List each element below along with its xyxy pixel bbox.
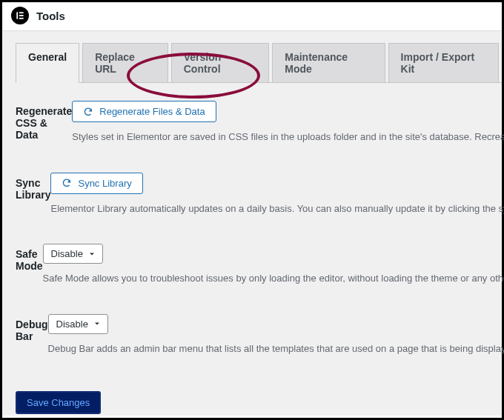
section-regenerate: Regenerate CSS & Data Regenerate Files &… <box>16 101 502 144</box>
svg-rect-3 <box>19 18 24 19</box>
sync-desc: Elementor Library automatically updates … <box>50 201 504 216</box>
save-changes-button[interactable]: Save Changes <box>16 391 101 414</box>
sync-label: Sync Library <box>16 173 50 216</box>
safemode-label: Safe Mode <box>16 244 43 286</box>
sync-button[interactable]: Sync Library <box>50 173 142 194</box>
content-area: General Replace URL Version Control Main… <box>2 31 502 416</box>
page-header: Tools <box>2 2 502 31</box>
sync-button-label: Sync Library <box>78 178 131 189</box>
tab-maintenance-mode[interactable]: Maintenance Mode <box>272 43 385 82</box>
chevron-down-icon <box>93 319 102 328</box>
debugbar-value: Disable <box>56 319 88 330</box>
section-debugbar: Debug Bar Disable Debug Bar adds an admi… <box>16 314 502 356</box>
svg-rect-0 <box>16 12 18 19</box>
elementor-logo <box>11 7 29 24</box>
section-safemode: Safe Mode Disable Safe Mode allows you t… <box>16 244 502 286</box>
page-title: Tools <box>36 10 65 22</box>
refresh-icon <box>62 178 72 188</box>
debugbar-select[interactable]: Disable <box>48 314 108 334</box>
safemode-value: Disable <box>51 248 83 259</box>
refresh-icon <box>83 107 93 117</box>
regenerate-desc: Styles set in Elementor are saved in CSS… <box>72 130 504 144</box>
svg-rect-2 <box>19 15 24 16</box>
regenerate-button-label: Regenerate Files & Data <box>99 106 205 117</box>
regenerate-label: Regenerate CSS & Data <box>16 101 72 144</box>
tab-version-control[interactable]: Version Control <box>171 43 270 82</box>
tab-general[interactable]: General <box>16 43 79 83</box>
debugbar-label: Debug Bar <box>16 314 48 356</box>
tab-replace-url[interactable]: Replace URL <box>82 43 168 82</box>
tab-import-export-kit[interactable]: Import / Export Kit <box>388 43 499 82</box>
tab-bar: General Replace URL Version Control Main… <box>16 43 502 83</box>
safemode-select[interactable]: Disable <box>43 244 103 264</box>
safemode-desc: Safe Mode allows you to troubleshoot iss… <box>43 271 504 286</box>
debugbar-desc: Debug Bar adds an admin bar menu that li… <box>48 341 504 356</box>
section-sync: Sync Library Sync Library Elementor Libr… <box>16 173 502 216</box>
chevron-down-icon <box>87 250 96 259</box>
regenerate-button[interactable]: Regenerate Files & Data <box>72 101 216 122</box>
svg-rect-1 <box>19 12 24 13</box>
